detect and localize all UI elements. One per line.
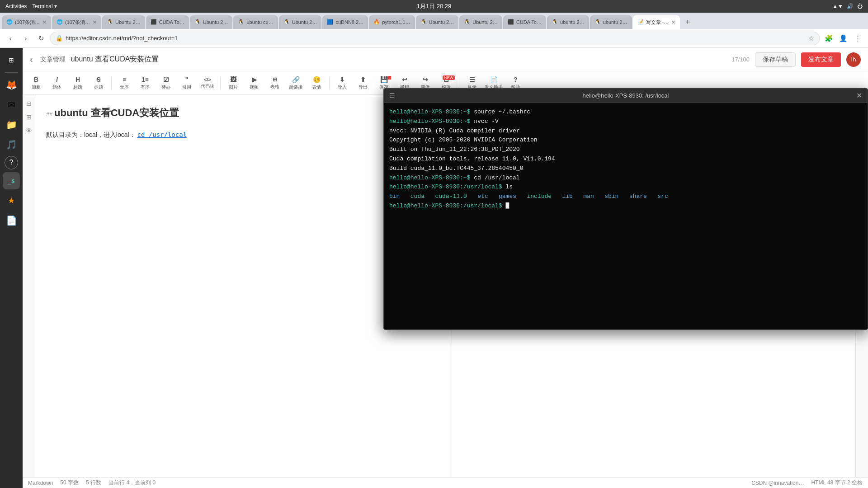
toolbar-quote[interactable]: " 引用 (177, 74, 197, 92)
toolbar-export[interactable]: ⬆ 导出 (353, 74, 373, 92)
dock-firefox[interactable]: 🦊 (3, 76, 20, 94)
toolbar-ordered[interactable]: 1≡ 有序 (135, 74, 155, 92)
toolbar-unordered[interactable]: ≡ 无序 (114, 74, 134, 92)
dock-docs[interactable]: 📄 (3, 212, 20, 229)
editor-heading-line: ## ubuntu 查看CUDA安装位置 (46, 104, 441, 122)
tab-4[interactable]: ⬛ CUDA To… (146, 15, 189, 29)
toolbar-divider-3 (329, 76, 330, 90)
dock-help[interactable]: ? (5, 156, 18, 169)
terminal-menu[interactable]: Terminal ▾ (32, 3, 57, 9)
image-label: 图片 (229, 84, 238, 90)
tab-6[interactable]: 🐧 ubuntu cu… (233, 15, 278, 29)
tab-1-close[interactable]: ✕ (42, 19, 47, 25)
terminal-output-1: nvcc: NVIDIA (R) Cuda compiler driver (389, 127, 862, 136)
dock-mail[interactable]: ✉ (3, 96, 20, 113)
side-icon-columns[interactable]: ⊞ (24, 112, 34, 122)
editor-mode: Markdown (28, 480, 53, 486)
toolbar-task[interactable]: ☑ 待办 (156, 74, 176, 92)
save-draft-button[interactable]: 保存草稿 (755, 52, 796, 67)
tab-3-label: Ubuntu 2… (115, 19, 141, 25)
tab-15-active[interactable]: 📝 写文章 -… ✕ (633, 15, 680, 29)
system-bar: Activities Terminal ▾ 1月1日 20:29 ▲▼ 🔊 ⏻ (0, 0, 868, 13)
tab-14-favicon: 🐧 (594, 19, 601, 25)
tab-12-label: CUDA To… (516, 19, 542, 25)
toolbar-image[interactable]: 🖼 图片 (223, 74, 243, 92)
activities-btn[interactable]: Activities (5, 3, 27, 9)
tab-9-label: pytorch1.1… (382, 19, 410, 25)
side-icon-structure[interactable]: ⊟ (24, 99, 34, 108)
tab-9[interactable]: 🔥 pytorch1.1… (369, 15, 415, 29)
dock-music[interactable]: 🎵 (3, 136, 20, 153)
task-label: 待办 (161, 84, 170, 90)
redo-icon: ↪ (423, 76, 428, 83)
toolbar-import[interactable]: ⬇ 导入 (332, 74, 352, 92)
terminal-body[interactable]: hello@hello-XPS-8930:~$ source ~/.bashrc… (384, 103, 868, 329)
link-label: 超链接 (289, 84, 302, 90)
toolbar-link[interactable]: 🔗 超链接 (286, 74, 306, 92)
video-icon: ▶ (252, 76, 257, 83)
toolbar-bold[interactable]: B 加粗 (26, 74, 46, 92)
address-bar[interactable]: 🔒 https://editor.csdn.net/md/?not_checko… (50, 32, 820, 45)
quote-label: 引用 (182, 84, 191, 90)
tab-13[interactable]: 🐧 ubuntu 2… (547, 15, 589, 29)
template-badge: NEW (443, 75, 455, 80)
side-icon-eye[interactable]: 👁 (24, 126, 34, 136)
article-title-input[interactable] (71, 52, 726, 67)
forward-button[interactable]: › (19, 32, 33, 45)
toolbar-divider-4 (459, 76, 459, 90)
tab-3[interactable]: 🐧 Ubuntu 2… (102, 15, 145, 29)
tab-10[interactable]: 🐧 Ubuntu 2… (416, 15, 459, 29)
back-button[interactable]: ‹ (4, 32, 17, 45)
tab-7-favicon: 🐧 (283, 19, 290, 25)
tab-12[interactable]: ⬛ CUDA To… (503, 15, 546, 29)
toolbar-strikethrough[interactable]: S 标题 (89, 74, 108, 92)
profile-button[interactable]: 👤 (836, 32, 850, 45)
tab-7[interactable]: 🐧 Ubuntu 2… (279, 15, 322, 29)
unordered-icon: ≡ (123, 76, 126, 83)
tab-5[interactable]: 🐧 Ubuntu 2… (190, 15, 233, 29)
editor-word-count: 50 字数 (60, 479, 79, 487)
tab-14[interactable]: 🐧 ubuntu 2… (590, 15, 632, 29)
menu-button[interactable]: ⋮ (851, 32, 864, 45)
toolbar-video[interactable]: ▶ 视频 (244, 74, 264, 92)
tab-11[interactable]: 🐧 Ubuntu 2… (459, 15, 502, 29)
new-tab-button[interactable]: + (681, 15, 694, 29)
dock-terminal[interactable]: _$ (3, 172, 20, 189)
terminal-ls-lib: lib (562, 193, 573, 200)
dock-files[interactable]: 📁 (3, 116, 20, 133)
toolbar-table[interactable]: ⊞ 表格 (265, 74, 285, 92)
power-icon[interactable]: ⏻ (857, 3, 863, 9)
header-back-button[interactable]: ‹ (30, 54, 33, 65)
dock-activities[interactable]: ⊞ (3, 52, 20, 69)
reload-button[interactable]: ↻ (34, 32, 48, 45)
terminal-close-button[interactable]: ✕ (856, 91, 862, 100)
terminal-cmd-2: nvcc -V (474, 118, 499, 125)
application-dock: ⊞ 🦊 ✉ 📁 🎵 ? _$ ★ 📄 (0, 48, 23, 488)
tab-3-favicon: 🐧 (107, 19, 113, 25)
table-icon: ⊞ (273, 76, 277, 83)
toolbar-code[interactable]: </> 代码块 (198, 74, 217, 92)
toolbar-italic[interactable]: I 斜体 (47, 74, 67, 92)
tab-2-close[interactable]: ✕ (93, 19, 97, 25)
tab-8-favicon: 🟦 (327, 19, 333, 25)
extensions-button[interactable]: 🧩 (822, 32, 835, 45)
tab-8[interactable]: 🟦 cuDNN8.2… (322, 15, 368, 29)
tab-2[interactable]: 🌐 (107条消… ✕ (52, 15, 101, 29)
terminal-ls-sbin: sbin (604, 193, 618, 200)
save-badge (387, 76, 391, 80)
bookmark-icon[interactable]: ☆ (808, 35, 814, 42)
terminal-prompt-3: hello@hello-XPS-8930:~$ (389, 174, 474, 181)
tab-15-close[interactable]: ✕ (671, 19, 675, 25)
publish-button[interactable]: 发布文章 (801, 52, 841, 67)
terminal-cmd-4: ls (505, 183, 513, 190)
word-count-display: 17/100 (731, 56, 750, 63)
toolbar-emoji[interactable]: 😊 表情 (307, 74, 326, 92)
image-icon: 🖼 (230, 76, 236, 83)
terminal-titlebar: ☰ hello@hello-XPS-8930: /usr/local ✕ (384, 89, 868, 103)
terminal-ls-cuda110: cuda-11.0 (435, 193, 467, 200)
terminal-cmd-1: source ~/.bashrc (474, 108, 530, 115)
user-avatar[interactable]: Ih (846, 52, 861, 67)
dock-store[interactable]: ★ (3, 192, 20, 209)
tab-1[interactable]: 🌐 (107条消… ✕ (2, 15, 51, 29)
toolbar-heading[interactable]: H 标题 (68, 74, 88, 92)
